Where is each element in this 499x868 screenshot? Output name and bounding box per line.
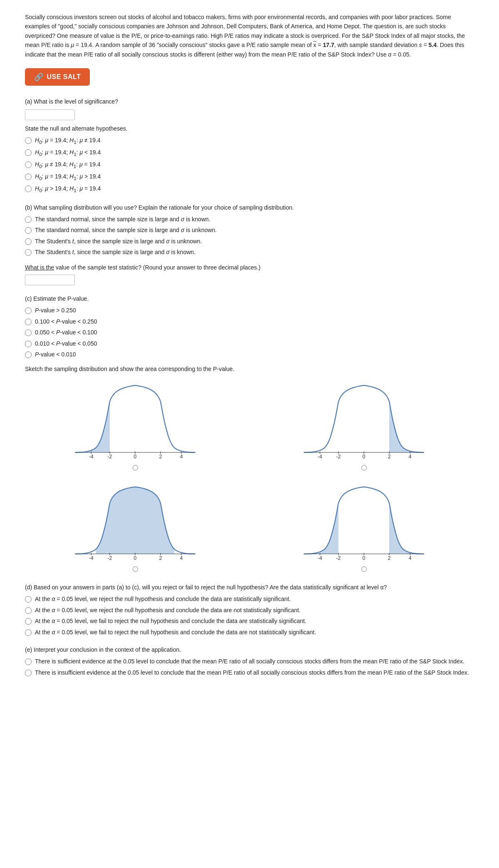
chart-3-svg: -4 -2 0 2 4 (25, 480, 245, 563)
hypothesis-label-2: H0: μ = 19.4; H1: μ < 19.4 (35, 148, 101, 158)
pvalue-label-5: P-value < 0.010 (35, 351, 76, 359)
chart-4-svg: -4 -2 0 2 4 (254, 480, 474, 563)
svg-text:2: 2 (388, 454, 391, 460)
part-e-question: (e) Interpret your conclusion in the con… (25, 645, 474, 654)
hypothesis-option-5[interactable]: H0: μ > 19.4; H1: μ = 19.4 (25, 185, 474, 194)
pvalue-label-1: P-value > 0.250 (35, 307, 76, 315)
svg-text:0: 0 (363, 454, 366, 460)
hypothesis-option-1[interactable]: H0: μ = 19.4; H1: μ ≠ 19.4 (25, 136, 474, 146)
sampling-dist-group: The standard normal, since the sample si… (25, 215, 474, 257)
svg-text:4: 4 (180, 555, 183, 561)
null-hyp-label: State the null and alternate hypotheses. (25, 124, 474, 133)
reject-option-4[interactable]: At the α = 0.05 level, we fail to reject… (25, 628, 474, 637)
intro-paragraph: Socially conscious investors screen out … (25, 12, 474, 59)
svg-text:0: 0 (134, 555, 137, 561)
charts-grid: -4 -2 0 2 4 (25, 378, 474, 573)
pvalue-option-3[interactable]: 0.050 < P-value < 0.100 (25, 329, 474, 337)
test-stat-label: What is the value of the sample test sta… (25, 263, 474, 272)
pvalue-option-2[interactable]: 0.100 < P-value < 0.250 (25, 318, 474, 326)
svg-text:2: 2 (159, 555, 162, 561)
chart-2-svg: -4 -2 0 2 4 (254, 378, 474, 462)
reject-option-1[interactable]: At the α = 0.05 level, we reject the nul… (25, 595, 474, 603)
sampling-option-3[interactable]: The Student's t, since the sample size i… (25, 237, 474, 246)
chart-3-radio[interactable] (133, 566, 138, 572)
part-a-section: (a) What is the level of significance? S… (25, 97, 474, 194)
reject-label-1: At the α = 0.05 level, we reject the nul… (35, 595, 291, 603)
svg-text:-4: -4 (318, 555, 322, 561)
part-a-question: (a) What is the level of significance? (25, 97, 474, 106)
hypothesis-label-1: H0: μ = 19.4; H1: μ ≠ 19.4 (35, 136, 101, 146)
interpret-label-1: There is sufficient evidence at the 0.05… (35, 658, 464, 666)
sampling-label-2: The standard normal, since the sample si… (35, 226, 217, 235)
chart-4-radio-container[interactable] (361, 566, 367, 573)
sampling-label-1: The standard normal, since the sample si… (35, 215, 210, 224)
svg-text:-2: -2 (107, 454, 112, 460)
reject-group: At the α = 0.05 level, we reject the nul… (25, 595, 474, 636)
interpret-option-1[interactable]: There is sufficient evidence at the 0.05… (25, 658, 474, 666)
chart-3-radio-container[interactable] (133, 566, 138, 573)
svg-text:-2: -2 (336, 555, 341, 561)
pvalue-option-1[interactable]: P-value > 0.250 (25, 307, 474, 315)
svg-text:-2: -2 (107, 555, 112, 561)
pvalue-label-3: 0.050 < P-value < 0.100 (35, 329, 97, 337)
chart-4: -4 -2 0 2 4 (254, 480, 474, 573)
svg-text:-2: -2 (336, 454, 341, 460)
pvalue-label-4: 0.010 < P-value < 0.050 (35, 340, 97, 348)
svg-text:2: 2 (388, 555, 391, 561)
chart-1: -4 -2 0 2 4 (25, 378, 245, 472)
pvalue-label-2: 0.100 < P-value < 0.250 (35, 318, 97, 326)
pvalue-group: P-value > 0.250 0.100 < P-value < 0.250 … (25, 307, 474, 359)
hypotheses-group: H0: μ = 19.4; H1: μ ≠ 19.4 H0: μ = 19.4;… (25, 136, 474, 194)
pvalue-option-5[interactable]: P-value < 0.010 (25, 351, 474, 359)
hypothesis-label-5: H0: μ > 19.4; H1: μ = 19.4 (35, 185, 101, 194)
pvalue-option-4[interactable]: 0.010 < P-value < 0.050 (25, 340, 474, 348)
significance-level-input[interactable] (25, 109, 75, 120)
sampling-option-2[interactable]: The standard normal, since the sample si… (25, 226, 474, 235)
sampling-option-4[interactable]: The Student's t, since the sample size i… (25, 248, 474, 257)
svg-text:-4: -4 (318, 454, 322, 460)
sketch-label: Sketch the sampling distribution and sho… (25, 365, 474, 373)
interpret-label-2: There is insufficient evidence at the 0.… (35, 669, 469, 677)
chart-1-radio-container[interactable] (133, 465, 138, 472)
part-c-section: (c) Estimate the P-value. P-value > 0.25… (25, 294, 474, 573)
hypothesis-option-4[interactable]: H0: μ = 19.4; H1: μ > 19.4 (25, 173, 474, 182)
hypothesis-label-3: H0: μ ≠ 19.4; H1: μ = 19.4 (35, 161, 101, 170)
svg-text:0: 0 (134, 454, 137, 460)
chart-4-radio[interactable] (361, 566, 367, 572)
svg-text:4: 4 (180, 454, 183, 460)
chart-3: -4 -2 0 2 4 (25, 480, 245, 573)
reject-option-3[interactable]: At the α = 0.05 level, we fail to reject… (25, 617, 474, 626)
interpret-option-2[interactable]: There is insufficient evidence at the 0.… (25, 669, 474, 677)
test-statistic-input[interactable] (25, 274, 75, 285)
reject-label-2: At the α = 0.05 level, we reject the nul… (35, 606, 301, 615)
hypothesis-label-4: H0: μ = 19.4; H1: μ > 19.4 (35, 173, 101, 182)
hypothesis-option-3[interactable]: H0: μ ≠ 19.4; H1: μ = 19.4 (25, 161, 474, 170)
svg-text:0: 0 (363, 555, 366, 561)
part-e-section: (e) Interpret your conclusion in the con… (25, 645, 474, 677)
reject-label-3: At the α = 0.05 level, we fail to reject… (35, 617, 306, 626)
part-d-question: (d) Based on your answers in parts (a) t… (25, 583, 474, 592)
sampling-label-3: The Student's t, since the sample size i… (35, 237, 202, 246)
interpret-group: There is sufficient evidence at the 0.05… (25, 658, 474, 677)
chart-1-radio[interactable] (133, 465, 138, 470)
reject-label-4: At the α = 0.05 level, we fail to reject… (35, 628, 316, 637)
chart-2-radio[interactable] (361, 465, 367, 470)
use-salt-button[interactable]: 🔗 USE SALT (25, 68, 90, 86)
part-b-section: (b) What sampling distribution will you … (25, 203, 474, 285)
chart-1-svg: -4 -2 0 2 4 (25, 378, 245, 462)
svg-text:-4: -4 (89, 555, 94, 561)
reject-option-2[interactable]: At the α = 0.05 level, we reject the nul… (25, 606, 474, 615)
part-c-question: (c) Estimate the P-value. (25, 294, 474, 303)
salt-icon: 🔗 (34, 72, 44, 82)
chart-2: -4 -2 0 2 4 (254, 378, 474, 472)
svg-text:-4: -4 (89, 454, 94, 460)
sampling-option-1[interactable]: The standard normal, since the sample si… (25, 215, 474, 224)
use-salt-label: USE SALT (47, 73, 81, 81)
chart-2-radio-container[interactable] (361, 465, 367, 472)
part-d-section: (d) Based on your answers in parts (a) t… (25, 583, 474, 636)
svg-text:4: 4 (409, 454, 412, 460)
part-b-question: (b) What sampling distribution will you … (25, 203, 474, 212)
svg-text:4: 4 (409, 555, 412, 561)
hypothesis-option-2[interactable]: H0: μ = 19.4; H1: μ < 19.4 (25, 148, 474, 158)
sampling-label-4: The Student's t, since the sample size i… (35, 248, 195, 257)
